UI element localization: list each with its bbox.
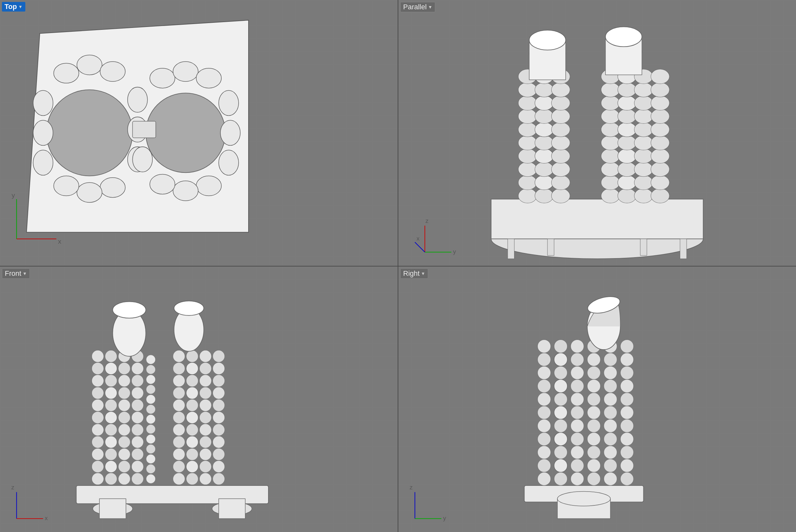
svg-point-59	[518, 96, 537, 110]
svg-point-297	[620, 445, 633, 459]
svg-point-155	[118, 387, 130, 399]
svg-point-247	[537, 379, 551, 393]
svg-point-146	[105, 362, 117, 374]
svg-point-86	[634, 136, 653, 150]
svg-point-70	[634, 189, 653, 203]
svg-point-127	[92, 460, 103, 472]
viewport-bottom-left[interactable]: z x Front ▼	[0, 266, 398, 532]
svg-point-40	[551, 189, 570, 203]
viewport-label-right[interactable]: Right ▼	[400, 268, 428, 279]
svg-point-176	[146, 414, 155, 424]
svg-point-211	[200, 399, 211, 411]
svg-point-51	[535, 136, 553, 150]
svg-point-181	[146, 365, 155, 374]
svg-point-272	[571, 340, 584, 353]
svg-point-61	[551, 96, 570, 110]
svg-point-288	[604, 419, 617, 432]
svg-point-261	[554, 340, 567, 353]
dropdown-arrow-right[interactable]: ▼	[421, 271, 425, 276]
svg-point-256	[554, 406, 567, 419]
svg-point-255	[554, 419, 567, 432]
viewport-label-front[interactable]: Front ▼	[2, 268, 30, 279]
svg-point-94	[634, 109, 653, 124]
parallel-view-content: z x y	[398, 0, 796, 266]
front-view-content: z x	[0, 266, 398, 532]
svg-point-291	[604, 379, 617, 393]
svg-point-15	[146, 93, 225, 172]
svg-point-212	[200, 387, 211, 399]
svg-point-170	[146, 474, 155, 483]
svg-point-56	[518, 109, 537, 124]
svg-point-250	[537, 340, 551, 353]
svg-point-138	[105, 460, 117, 472]
svg-point-84	[601, 136, 620, 150]
svg-point-25	[132, 147, 152, 172]
dropdown-arrow-parallel[interactable]: ▼	[428, 4, 432, 10]
svg-point-20	[220, 120, 240, 146]
svg-point-63	[535, 82, 553, 97]
viewport-top-left[interactable]: y x Top ▼	[0, 0, 398, 266]
svg-point-165	[132, 399, 144, 411]
svg-point-186	[173, 436, 185, 448]
right-view-svg: z y	[398, 266, 796, 532]
svg-point-89	[618, 122, 636, 137]
svg-point-140	[105, 436, 117, 448]
svg-point-147	[105, 350, 117, 362]
svg-point-5	[100, 61, 126, 81]
svg-point-282	[587, 353, 600, 366]
svg-point-97	[618, 96, 636, 110]
svg-point-143	[105, 399, 117, 411]
svg-point-76	[601, 162, 620, 176]
svg-text:x: x	[417, 235, 420, 242]
viewport-label-parallel[interactable]: Parallel ▼	[400, 2, 435, 12]
svg-point-214	[200, 362, 211, 374]
svg-point-144	[105, 387, 117, 399]
svg-point-263	[571, 459, 584, 472]
svg-point-245	[537, 406, 551, 419]
svg-point-102	[634, 82, 653, 97]
svg-point-251	[554, 472, 567, 485]
svg-point-42	[535, 175, 553, 190]
viewport-label-top[interactable]: Top ▼	[2, 2, 25, 12]
svg-point-286	[604, 445, 617, 459]
svg-point-2	[46, 90, 133, 176]
svg-point-43	[551, 175, 570, 190]
svg-point-85	[618, 136, 636, 150]
svg-point-167	[132, 375, 144, 386]
dropdown-arrow-front[interactable]: ▼	[22, 271, 27, 276]
viewport-bottom-right[interactable]: z y Right ▼	[398, 266, 796, 532]
svg-point-299	[620, 419, 633, 432]
svg-point-93	[618, 109, 636, 124]
svg-point-157	[118, 362, 130, 374]
svg-point-24	[150, 174, 175, 194]
svg-point-188	[173, 412, 185, 423]
svg-point-198	[186, 424, 198, 436]
svg-point-241	[537, 459, 551, 472]
svg-point-53	[518, 122, 537, 137]
svg-point-281	[587, 366, 600, 379]
dropdown-arrow-top[interactable]: ▼	[18, 4, 23, 9]
svg-point-240	[537, 472, 551, 485]
svg-point-230	[174, 301, 204, 315]
svg-point-174	[146, 434, 155, 443]
svg-point-49	[551, 149, 570, 163]
svg-point-162	[132, 436, 144, 448]
svg-rect-123	[99, 499, 126, 518]
svg-point-246	[537, 393, 551, 406]
viewport-top-right[interactable]: z x y Parallel ▼	[398, 0, 796, 266]
top-view-content: y x	[0, 0, 398, 266]
svg-point-148	[118, 473, 130, 484]
svg-point-137	[105, 473, 117, 484]
svg-point-151	[118, 436, 130, 448]
svg-point-278	[587, 406, 600, 419]
svg-point-149	[118, 460, 130, 472]
svg-point-304	[620, 353, 633, 366]
svg-point-69	[618, 189, 636, 203]
svg-point-101	[618, 82, 636, 97]
svg-point-293	[604, 353, 617, 366]
svg-point-91	[651, 122, 669, 137]
svg-rect-26	[132, 121, 155, 138]
svg-rect-125	[219, 499, 245, 518]
svg-point-210	[200, 412, 211, 423]
svg-point-18	[196, 68, 222, 88]
